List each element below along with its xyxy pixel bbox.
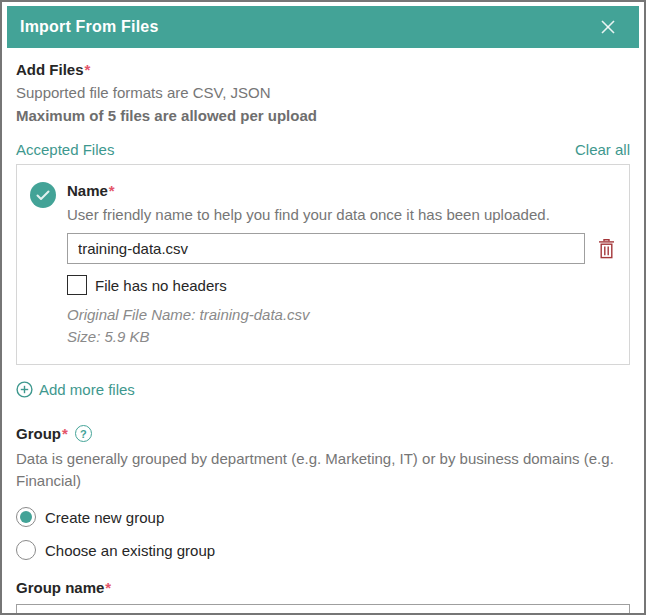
- required-asterisk: *: [62, 425, 68, 442]
- accepted-files-link[interactable]: Accepted Files: [16, 141, 114, 158]
- create-new-group-label: Create new group: [45, 509, 164, 526]
- max-files-note: Maximum of 5 files are allowed per uploa…: [16, 105, 630, 126]
- supported-formats-text: Supported file formats are CSV, JSON: [16, 82, 630, 103]
- name-input-row: [67, 233, 615, 264]
- delete-file-button[interactable]: [598, 238, 615, 259]
- required-asterisk: *: [109, 182, 115, 199]
- dialog-header: Import From Files: [7, 6, 639, 48]
- group-name-label: Group name: [16, 579, 104, 596]
- radio-button-icon: [16, 507, 36, 527]
- file-card-body: Name* User friendly name to help you fin…: [67, 182, 615, 348]
- group-description: Data is generally grouped by department …: [16, 448, 616, 492]
- close-button[interactable]: [595, 14, 621, 40]
- add-files-label: Add Files: [16, 61, 84, 78]
- file-card: Name* User friendly name to help you fin…: [16, 164, 630, 365]
- name-heading: Name*: [67, 182, 615, 199]
- dialog-content: Add Files* Supported file formats are CS…: [7, 48, 639, 615]
- radio-choose-existing-group[interactable]: Choose an existing group: [16, 540, 630, 560]
- file-has-no-headers-label[interactable]: File has no headers: [95, 277, 227, 294]
- required-asterisk: *: [85, 61, 91, 78]
- plus-circle-icon: [16, 381, 33, 398]
- group-label: Group: [16, 425, 61, 442]
- choose-existing-group-label: Choose an existing group: [45, 542, 215, 559]
- name-help-text: User friendly name to help you find your…: [67, 205, 615, 225]
- group-heading: Group* ?: [16, 425, 630, 442]
- group-name-input-row: [16, 604, 630, 615]
- close-icon: [599, 18, 617, 36]
- group-name-input[interactable]: [16, 604, 630, 615]
- file-name-input[interactable]: [67, 233, 585, 264]
- trash-icon: [598, 238, 615, 259]
- clear-all-link[interactable]: Clear all: [575, 141, 630, 158]
- accepted-files-row: Accepted Files Clear all: [16, 141, 630, 158]
- group-name-heading: Group name*: [16, 579, 630, 596]
- name-label: Name: [67, 182, 108, 199]
- radio-button-icon: [16, 540, 36, 560]
- file-size-text: Size: 5.9 KB: [67, 326, 615, 348]
- file-has-no-headers-checkbox[interactable]: [67, 275, 87, 295]
- check-circle-icon: [30, 182, 56, 208]
- dialog-title: Import From Files: [20, 18, 159, 36]
- radio-create-new-group[interactable]: Create new group: [16, 507, 630, 527]
- add-more-files-link[interactable]: Add more files: [16, 381, 135, 398]
- group-help-icon[interactable]: ?: [75, 425, 92, 442]
- import-from-files-dialog: Import From Files Add Files* Supported f…: [0, 0, 646, 615]
- original-file-name-text: Original File Name: training-data.csv: [67, 304, 615, 326]
- required-asterisk: *: [105, 579, 111, 596]
- no-headers-row: File has no headers: [67, 275, 615, 295]
- add-more-files-label: Add more files: [39, 381, 135, 398]
- add-files-heading: Add Files*: [16, 61, 630, 78]
